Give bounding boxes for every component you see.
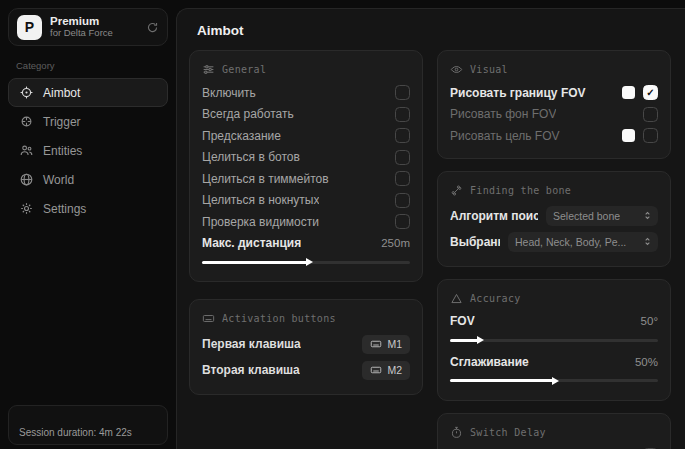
- max-distance-slider[interactable]: [202, 256, 410, 268]
- keybind-button-m2[interactable]: M2: [362, 361, 410, 380]
- keyboard-icon: [202, 312, 215, 325]
- panel-accuracy-header: Accuracy: [450, 289, 658, 308]
- toggle-row: Целиться в тиммейтов ✓: [202, 168, 410, 190]
- slider-thumb[interactable]: [477, 336, 484, 344]
- checkbox[interactable]: ✓: [395, 171, 410, 186]
- keybind-value: M2: [387, 364, 402, 376]
- keybind-label: Вторая клавиша: [202, 363, 300, 377]
- slider-label: FOV: [450, 314, 475, 328]
- toggle-row: Проверка видимости ✓: [202, 211, 410, 233]
- toggle-row: Целиться в нокнутых ✓: [202, 190, 410, 212]
- scope-icon: [19, 114, 34, 129]
- panel-visual-header: Visual: [450, 60, 658, 79]
- globe-icon: [19, 172, 34, 187]
- visual-label: Рисовать фон FOV: [450, 107, 556, 121]
- checkbox[interactable]: ✓: [395, 85, 410, 100]
- keyboard-icon: [370, 364, 382, 376]
- toggle-label: Целиться в ботов: [202, 150, 300, 164]
- selected-bones-select[interactable]: Head, Neck, Body, Pe...: [508, 232, 658, 252]
- panel-general: General Включить ✓ Всегда работать ✓ Пре…: [189, 50, 423, 282]
- category-label: Category: [16, 60, 168, 71]
- toggle-row: Включить ✓: [202, 82, 410, 104]
- checkbox[interactable]: ✓: [395, 214, 410, 229]
- slider-value: 50°: [641, 315, 658, 327]
- panel-finding-bone: Finding the bone Алгоритм поиска кости S…: [437, 171, 671, 267]
- slider-thumb[interactable]: [306, 258, 313, 266]
- keybind-button-m1[interactable]: M1: [362, 335, 410, 354]
- crosshair-icon: [19, 85, 34, 100]
- visual-row: Рисовать цель FOV ✓: [450, 125, 658, 147]
- panel-bone-header: Finding the bone: [450, 181, 658, 200]
- slider-fill: [202, 261, 308, 264]
- sidebar-item-world[interactable]: World: [8, 165, 168, 194]
- sidebar: P Premium for Delta Force Category Aimbo…: [8, 8, 168, 449]
- sidebar-item-label: World: [43, 173, 74, 187]
- sliders-icon: [202, 63, 215, 76]
- fov-slider[interactable]: [450, 334, 658, 346]
- premium-subtitle: for Delta Force: [50, 28, 138, 39]
- session-duration: Session duration: 4m 22s: [19, 427, 132, 438]
- session-card: Session duration: 4m 22s: [8, 405, 168, 445]
- sidebar-item-aimbot[interactable]: Aimbot: [8, 78, 168, 107]
- select-row: Алгоритм поиска кости Selected bone: [450, 203, 658, 229]
- panel-general-header: General: [202, 60, 410, 79]
- smoothing-slider[interactable]: [450, 375, 658, 387]
- sidebar-item-settings[interactable]: Settings: [8, 194, 168, 223]
- slider-value: 250m: [381, 237, 410, 249]
- checkbox[interactable]: ✓: [395, 128, 410, 143]
- checkbox[interactable]: ✓: [643, 85, 658, 100]
- slider-value: 50%: [635, 356, 658, 368]
- unfold-icon: [642, 236, 653, 247]
- bone-icon: [450, 184, 463, 197]
- panel-title: Accuracy: [470, 293, 521, 304]
- color-swatch[interactable]: [622, 129, 635, 142]
- app-logo: P: [17, 15, 42, 40]
- select-label: Выбранные кости: [450, 235, 500, 249]
- panel-title: Visual: [470, 64, 508, 75]
- slider-track: [450, 339, 658, 342]
- refresh-icon[interactable]: [146, 21, 159, 34]
- toggle-label: Предсказание: [202, 129, 281, 143]
- premium-text: Premium for Delta Force: [50, 15, 138, 39]
- checkbox[interactable]: ✓: [395, 193, 410, 208]
- color-swatch[interactable]: [622, 86, 635, 99]
- toggle-label: Всегда работать: [202, 107, 294, 121]
- checkbox[interactable]: ✓: [643, 128, 658, 143]
- slider-track: [450, 379, 658, 382]
- triangle-icon: [450, 292, 463, 305]
- visual-row: Рисовать фон FOV ✓: [450, 104, 658, 126]
- panel-title: Switch Delay: [470, 427, 546, 438]
- stopwatch-icon: [450, 426, 463, 439]
- sidebar-item-trigger[interactable]: Trigger: [8, 107, 168, 136]
- visual-label: Рисовать цель FOV: [450, 129, 560, 143]
- page-title: Aimbot: [197, 23, 671, 38]
- toggle-label: Целиться в тиммейтов: [202, 172, 329, 186]
- slider-track: [202, 261, 410, 264]
- premium-card: P Premium for Delta Force: [8, 8, 168, 46]
- toggle-row: Задержка переключения ✓: [450, 445, 658, 449]
- checkbox[interactable]: ✓: [395, 107, 410, 122]
- keybind-value: M1: [387, 338, 402, 350]
- panel-title: Activation buttons: [222, 313, 336, 324]
- sidebar-item-entities[interactable]: Entities: [8, 136, 168, 165]
- panel-title: Finding the bone: [470, 185, 571, 196]
- select-value: Head, Neck, Body, Pe...: [515, 236, 626, 248]
- checkbox[interactable]: ✓: [395, 150, 410, 165]
- users-icon: [19, 143, 34, 158]
- checkbox[interactable]: ✓: [643, 107, 658, 122]
- slider-thumb[interactable]: [552, 377, 559, 385]
- slider-fill: [450, 339, 479, 342]
- select-row: Выбранные кости Head, Neck, Body, Pe...: [450, 229, 658, 255]
- toggle-row: Всегда работать ✓: [202, 104, 410, 126]
- toggle-label: Проверка видимости: [202, 215, 319, 229]
- gear-icon: [19, 201, 34, 216]
- slider-fill: [450, 379, 554, 382]
- keybind-row: Вторая клавиша M2: [202, 357, 410, 383]
- panel-switch-delay: Switch Delay Задержка переключения ✓ Зад…: [437, 413, 671, 449]
- bone-algorithm-select[interactable]: Selected bone: [546, 206, 658, 226]
- visual-row: Рисовать границу FOV ✓: [450, 82, 658, 104]
- unfold-icon: [642, 210, 653, 221]
- main-panel: Aimbot General Включить ✓ Всегда работат…: [176, 8, 685, 449]
- toggle-label: Целиться в нокнутых: [202, 193, 319, 207]
- toggle-label: Включить: [202, 86, 256, 100]
